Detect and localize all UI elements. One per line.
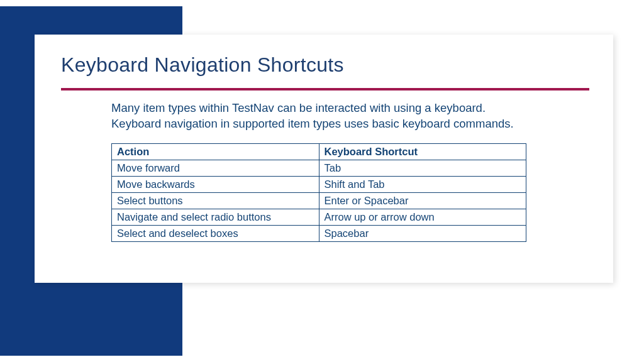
cell-action: Move backwards — [112, 176, 319, 192]
cell-action: Select and deselect boxes — [112, 225, 319, 241]
cell-shortcut: Spacebar — [319, 225, 526, 241]
table-row: Select and deselect boxes Spacebar — [112, 225, 526, 241]
header-shortcut: Keyboard Shortcut — [319, 143, 526, 160]
content-card: Keyboard Navigation Shortcuts Many item … — [35, 35, 613, 283]
cell-shortcut: Tab — [319, 160, 526, 176]
cell-action: Navigate and select radio buttons — [112, 209, 319, 225]
cell-shortcut: Arrow up or arrow down — [319, 209, 526, 225]
page-title: Keyboard Navigation Shortcuts — [61, 53, 589, 77]
cell-action: Select buttons — [112, 192, 319, 209]
intro-paragraph: Many item types within TestNav can be in… — [111, 101, 514, 132]
shortcuts-table: Action Keyboard Shortcut Move forward Ta… — [111, 143, 526, 242]
table-row: Select buttons Enter or Spacebar — [112, 192, 526, 209]
table-row: Navigate and select radio buttons Arrow … — [112, 209, 526, 225]
cell-shortcut: Enter or Spacebar — [319, 192, 526, 209]
table-row: Move forward Tab — [112, 160, 526, 176]
title-underline — [61, 88, 589, 90]
cell-action: Move forward — [112, 160, 319, 176]
cell-shortcut: Shift and Tab — [319, 176, 526, 192]
header-action: Action — [112, 143, 319, 160]
table-header-row: Action Keyboard Shortcut — [112, 143, 526, 160]
table-row: Move backwards Shift and Tab — [112, 176, 526, 192]
